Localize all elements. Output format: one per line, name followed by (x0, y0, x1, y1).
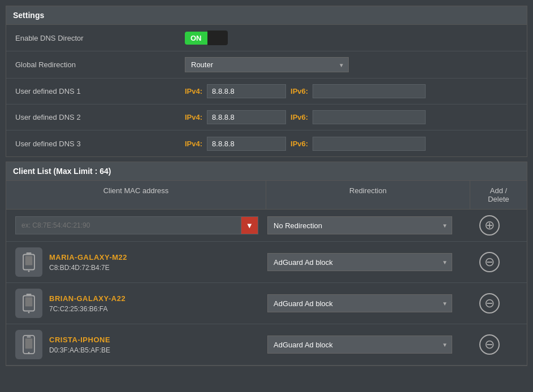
client-mac-cell: MARIA-GALAXY-M22 C8:BD:4D:72:B4:7E (15, 247, 258, 277)
android-phone-icon (21, 293, 37, 313)
svg-rect-3 (25, 256, 33, 265)
dns2-control: IPv4: IPv6: (185, 110, 518, 124)
redirect-select[interactable]: No Redirection Router AdGuard Ad block U… (267, 253, 452, 271)
device-mac: C8:BD:4D:72:B4:7E (49, 264, 127, 272)
add-client-button[interactable]: ⊕ (479, 215, 500, 236)
device-name: MARIA-GALAXY-M22 (49, 253, 127, 262)
device-info: CRISTA-IPHONE D0:3F:AA:B5:AF:BE (49, 336, 110, 354)
dns2-label: User defined DNS 2 (15, 113, 185, 121)
global-redirect-control: Router No Redirection AdGuard Ad block U… (185, 57, 518, 72)
new-redirect-cell: No Redirection Router AdGuard Ad block U… (258, 216, 461, 234)
dropdown-arrow-icon: ▼ (246, 221, 253, 230)
global-redirect-select[interactable]: Router No Redirection AdGuard Ad block U… (185, 57, 349, 72)
dns3-ipv6-label: IPv6: (291, 140, 308, 148)
device-info: BRIAN-GALAXY-A22 7C:C2:25:36:B6:FA (49, 294, 125, 313)
device-icon (15, 247, 42, 277)
dns2-row: User defined DNS 2 IPv4: IPv6: (6, 104, 527, 130)
main-container: Settings Enable DNS Director ON Global R… (6, 6, 527, 366)
dns3-ipv6-input[interactable] (313, 137, 426, 151)
device-mac: D0:3F:AA:B5:AF:BE (49, 346, 110, 354)
redirect-select[interactable]: No Redirection Router AdGuard Ad block U… (267, 336, 452, 354)
minus-circle-icon: ⊖ (484, 297, 495, 310)
mac-address-input[interactable] (15, 216, 241, 234)
settings-header: Settings (6, 6, 527, 25)
device-mac: 7C:C2:25:36:B6:FA (49, 305, 125, 313)
remove-client-button[interactable]: ⊖ (479, 293, 500, 313)
mac-input-wrapper: ▼ (15, 216, 258, 234)
iphone-icon (21, 334, 37, 355)
dns3-group: IPv4: IPv6: (185, 137, 426, 151)
device-icon (15, 330, 42, 359)
col-header-mac: Client MAC address (6, 181, 266, 209)
client-list-header: Client List (Max Limit : 64) (6, 162, 527, 181)
svg-rect-7 (25, 297, 33, 306)
add-cell: ⊕ (461, 215, 518, 236)
redirect-select[interactable]: No Redirection Router AdGuard Ad block U… (267, 294, 452, 312)
device-icon (15, 289, 42, 318)
table-row: BRIAN-GALAXY-A22 7C:C2:25:36:B6:FA No Re… (6, 283, 527, 324)
dns3-ipv4-label: IPv4: (185, 140, 202, 148)
dns1-label: User defined DNS 1 (15, 87, 185, 95)
enable-dns-control: ON (185, 31, 518, 45)
redirect-wrapper: No Redirection Router AdGuard Ad block U… (267, 336, 452, 354)
redirect-cell: No Redirection Router AdGuard Ad block U… (258, 294, 461, 312)
dns1-ipv4-input[interactable] (207, 84, 286, 98)
dns3-row: User defined DNS 3 IPv4: IPv6: (6, 130, 527, 156)
android-phone-icon (21, 252, 37, 272)
dns1-group: IPv4: IPv6: (185, 84, 426, 98)
redirect-wrapper: No Redirection Router AdGuard Ad block U… (267, 253, 452, 271)
client-mac-cell: CRISTA-IPHONE D0:3F:AA:B5:AF:BE (15, 330, 258, 359)
redirect-wrapper: No Redirection Router AdGuard Ad block U… (267, 294, 452, 312)
table-row: MARIA-GALAXY-M22 C8:BD:4D:72:B4:7E No Re… (6, 242, 527, 283)
adddel-cell: ⊖ (461, 252, 518, 272)
mac-dropdown-button[interactable]: ▼ (241, 216, 258, 234)
dns1-row: User defined DNS 1 IPv4: IPv6: (6, 79, 527, 104)
enable-dns-row: Enable DNS Director ON (6, 25, 527, 51)
global-redirect-row: Global Redirection Router No Redirection… (6, 51, 527, 79)
settings-section: Settings Enable DNS Director ON Global R… (6, 6, 527, 157)
minus-circle-icon: ⊖ (484, 256, 495, 268)
col-header-adddel: Add / Delete (470, 181, 527, 209)
new-redirect-select[interactable]: No Redirection Router AdGuard Ad block U… (267, 216, 452, 234)
svg-rect-5 (27, 294, 32, 295)
device-name: CRISTA-IPHONE (49, 336, 110, 344)
redirect-cell: No Redirection Router AdGuard Ad block U… (258, 336, 461, 354)
toggle-off-button[interactable] (207, 31, 228, 45)
svg-point-10 (28, 352, 30, 354)
dns1-ipv4-label: IPv4: (185, 87, 202, 95)
col-header-redirect: Redirection (266, 181, 470, 209)
remove-client-button[interactable]: ⊖ (479, 252, 500, 272)
adddel-cell: ⊖ (461, 334, 518, 355)
remove-client-button[interactable]: ⊖ (479, 334, 500, 355)
dns1-ipv6-input[interactable] (313, 84, 426, 98)
dns2-group: IPv4: IPv6: (185, 110, 426, 124)
dns3-control: IPv4: IPv6: (185, 137, 518, 151)
svg-point-2 (28, 271, 30, 272)
dns3-ipv4-input[interactable] (207, 137, 286, 151)
new-redirect-wrapper: No Redirection Router AdGuard Ad block U… (267, 216, 452, 234)
adddel-cell: ⊖ (461, 293, 518, 313)
toggle-on-button[interactable]: ON (185, 32, 207, 45)
toggle-container: ON (185, 31, 228, 45)
device-info: MARIA-GALAXY-M22 C8:BD:4D:72:B4:7E (49, 253, 127, 272)
svg-rect-1 (27, 252, 32, 254)
table-header: Client MAC address Redirection Add / Del… (6, 181, 527, 210)
client-mac-cell: BRIAN-GALAXY-A22 7C:C2:25:36:B6:FA (15, 289, 258, 318)
dns1-control: IPv4: IPv6: (185, 84, 518, 98)
global-redirect-label: Global Redirection (15, 60, 185, 69)
table-row: CRISTA-IPHONE D0:3F:AA:B5:AF:BE No Redir… (6, 324, 527, 365)
redirect-cell: No Redirection Router AdGuard Ad block U… (258, 253, 461, 271)
minus-circle-icon: ⊖ (484, 338, 495, 351)
dns2-ipv6-label: IPv6: (291, 113, 308, 121)
dns2-ipv4-label: IPv4: (185, 113, 202, 121)
device-name: BRIAN-GALAXY-A22 (49, 294, 125, 303)
svg-point-6 (28, 312, 30, 313)
new-client-row: ▼ No Redirection Router AdGuard Ad block… (6, 210, 527, 242)
dns2-ipv4-input[interactable] (207, 110, 286, 124)
dns2-ipv6-input[interactable] (313, 110, 426, 124)
dns1-ipv6-label: IPv6: (291, 87, 308, 95)
plus-circle-icon: ⊕ (484, 219, 495, 232)
global-redirect-wrapper: Router No Redirection AdGuard Ad block U… (185, 57, 349, 72)
dns3-label: User defined DNS 3 (15, 140, 185, 148)
enable-dns-label: Enable DNS Director (15, 34, 185, 42)
